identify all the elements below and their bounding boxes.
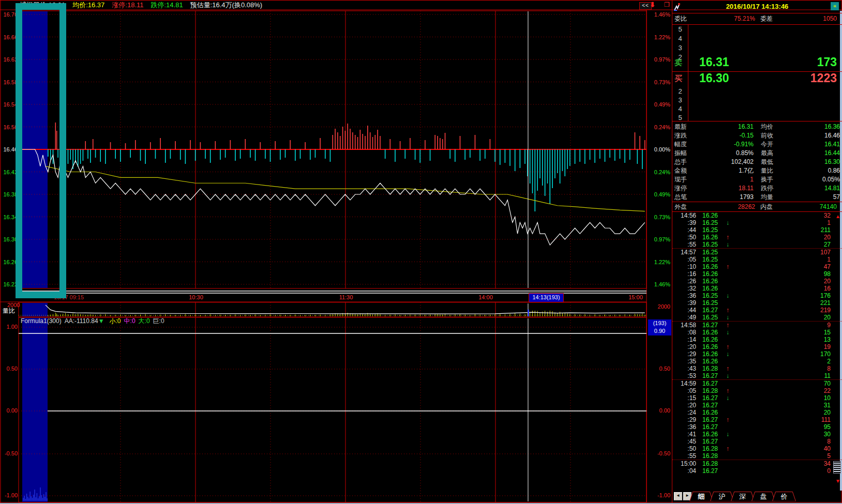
buy-level-5: 5 <box>672 114 688 121</box>
tick-time: :53 <box>673 372 696 379</box>
tick-price: 16.27 <box>696 307 726 314</box>
stat-label: 最低 <box>754 158 785 166</box>
up-arrow-icon: ↑ <box>726 445 732 452</box>
tick-price: 16.28 <box>696 445 726 452</box>
tick-volume: 95 <box>732 423 841 431</box>
stats-row: 涨停18.11跌停14.81 <box>672 184 842 193</box>
stats-row: 振幅0.85%最高16.44 <box>672 149 842 158</box>
tick-time: :50 <box>673 445 696 452</box>
tick-price: 16.26 <box>696 358 726 365</box>
tick-row: :5516.25↓27 <box>672 241 842 249</box>
crosshair-value: 0.90 <box>648 327 671 335</box>
formula-mid: 中:0 <box>124 317 136 325</box>
window-restore-icon[interactable]: ❐ <box>664 1 670 8</box>
five-level-quote: 54322345 卖 16.31 173 买 16.30 1223 <box>672 25 842 121</box>
tick-price: 16.27 <box>696 402 726 409</box>
stat-label: 今开 <box>754 140 785 149</box>
stat-label: 涨停 <box>674 184 698 193</box>
tick-time: :49 <box>673 314 696 321</box>
time-axis-label: 14:00 <box>476 294 495 300</box>
formula-left-scale: 0.50 <box>1 365 18 372</box>
tick-row: :4516.278 <box>672 438 842 445</box>
formula-right-scale: 0.50 <box>648 365 670 372</box>
weicha-label: 委差 <box>760 13 773 24</box>
tick-volume: 9 <box>732 322 841 329</box>
inner-volume-label: 内盘 <box>760 202 773 211</box>
tick-volume: 211 <box>732 226 841 234</box>
tab-scroll-left-button[interactable]: ◄ <box>674 492 682 500</box>
down-arrow-icon: ↓ <box>726 292 732 299</box>
percent-axis-label: 0.24% <box>648 169 670 175</box>
stat-value: 18.11 <box>698 184 754 193</box>
stat-label: 幅度 <box>674 140 698 149</box>
tick-price: 16.26 <box>696 234 726 241</box>
up-arrow-icon: ↑ <box>726 387 732 394</box>
sell-1-row[interactable]: 卖 16.31 173 <box>672 56 842 70</box>
tick-volume: 13 <box>732 336 841 343</box>
stat-label: 量比 <box>754 166 785 175</box>
formula-big: 大:0 <box>139 317 150 325</box>
stat-label: 总手 <box>674 158 698 166</box>
avg-price-label: 均价:16.37 <box>72 1 104 9</box>
tick-time: :55 <box>673 241 696 248</box>
tick-volume: 31 <box>732 402 841 409</box>
tick-price: 16.25 <box>696 292 726 299</box>
panel-tab-盘[interactable]: 盘 <box>751 492 775 501</box>
volume-ratio-right-scale: 2000 <box>648 303 670 310</box>
pin-down-arrow-icon[interactable]: ⬇ <box>650 1 656 9</box>
percent-axis-label: 0.97% <box>648 236 670 242</box>
buy-label: 买 <box>674 74 682 84</box>
tick-row: :3616.2795 <box>672 423 842 431</box>
scroll-thumb[interactable] <box>833 461 841 474</box>
tick-time: 14:58 <box>673 322 696 329</box>
formula-left-scale: -0.50 <box>1 450 18 456</box>
tick-time: :39 <box>673 219 696 226</box>
tick-price: 16.26 <box>696 350 726 358</box>
tick-row: :3516.262 <box>672 358 842 365</box>
panel-tab-bar: ◄ ► 细沪深盘价 <box>672 490 842 502</box>
tick-volume: 22 <box>732 387 841 394</box>
tick-price: 16.27 <box>696 423 726 431</box>
tick-volume: 1 <box>732 219 841 226</box>
tick-row: 14:5716.25107 <box>672 249 842 256</box>
tick-volume: 2 <box>732 358 841 365</box>
buy-1-row[interactable]: 买 16.30 1223 <box>672 72 842 86</box>
tick-volume: 20 <box>732 314 841 321</box>
tick-price: 16.26 <box>696 278 726 285</box>
tick-price: 16.27 <box>696 438 726 445</box>
stat-label: 跌停 <box>754 184 785 193</box>
outer-volume-value: 28262 <box>719 202 755 211</box>
formula-right-scale: -1.00 <box>648 492 670 498</box>
tick-time: :20 <box>673 402 696 409</box>
tick-price: 16.26 <box>696 336 726 343</box>
tick-price: 16.25 <box>696 226 726 234</box>
panel-tab-沪[interactable]: 沪 <box>710 492 734 501</box>
limit-down-label: 跌停:14.81 <box>151 1 183 9</box>
tick-time: :20 <box>673 343 696 350</box>
panel-tab-细[interactable]: 细 <box>689 492 713 501</box>
sell-price[interactable]: 16.31 <box>699 55 729 69</box>
hand-cursor-icon[interactable] <box>672 2 682 11</box>
tick-volume: 98 <box>732 270 841 278</box>
tick-price: 16.26 <box>696 343 726 350</box>
tick-volume: 8 <box>732 365 841 372</box>
formula-left-scale: 1.00 <box>1 324 18 330</box>
outer-volume-label: 外盘 <box>674 202 687 211</box>
panel-tab-深[interactable]: 深 <box>731 492 755 501</box>
panel-tab-价[interactable]: 价 <box>772 492 796 501</box>
collapse-panel-chevron-icon[interactable]: « <box>831 2 839 10</box>
tick-volume: 16 <box>732 285 841 292</box>
tick-price: 16.26 <box>696 270 726 278</box>
formula-aa-value: AA:-1110.84 <box>65 317 98 325</box>
tick-volume: 219 <box>732 307 841 314</box>
tick-row: :1616.2698 <box>672 270 842 278</box>
scroll-down-icon[interactable]: ▼ <box>835 478 840 484</box>
scroll-up-icon[interactable]: ▲ <box>835 213 840 219</box>
tick-time: 15:00 <box>673 460 696 467</box>
crosshair-value-badge: (193) 0.90 <box>648 319 671 335</box>
buy-price[interactable]: 16.30 <box>699 71 729 85</box>
tick-volume: 20 <box>732 409 841 416</box>
tick-price: 16.28 <box>696 452 726 460</box>
tick-volume: 19 <box>732 343 841 350</box>
tick-time: :04 <box>673 467 696 475</box>
